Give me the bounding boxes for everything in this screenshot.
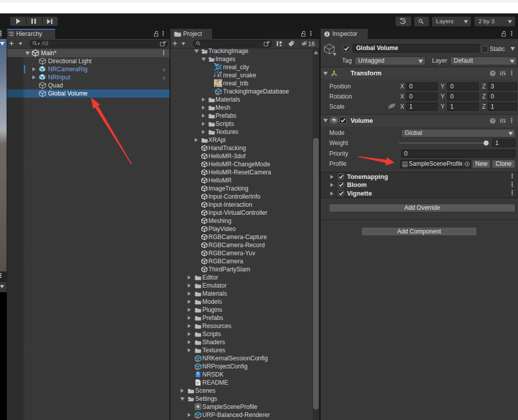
svg-text:?: ? bbox=[491, 71, 494, 76]
svg-text:?: ? bbox=[491, 118, 494, 123]
